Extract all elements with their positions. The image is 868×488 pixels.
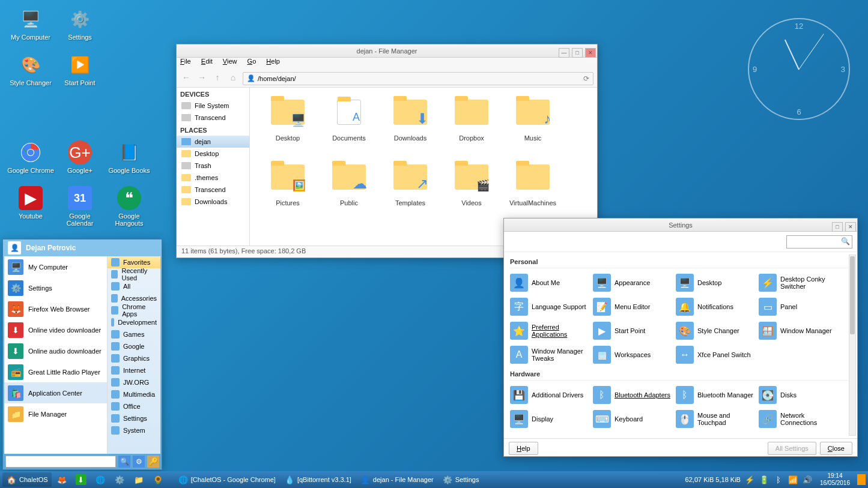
setting-panel[interactable]: ▭Panel <box>759 295 842 319</box>
sidebar-transcend[interactable]: Transcend <box>177 112 249 124</box>
minimize-button[interactable]: — <box>559 48 569 58</box>
close-button[interactable]: ✕ <box>585 48 596 58</box>
start-right-games[interactable]: Games <box>108 328 160 340</box>
key-button[interactable]: 🔑 <box>147 456 159 468</box>
desktop-icon-googleplus[interactable]: G+Google+ <box>56 140 103 184</box>
setting-disks[interactable]: 💽Disks <box>759 383 842 407</box>
up-button[interactable]: ↑ <box>211 73 223 85</box>
maximize-button[interactable]: □ <box>832 222 843 232</box>
start-right-chrome-apps[interactable]: Chrome Apps <box>108 304 160 316</box>
firefox-launcher[interactable]: 🦊 <box>53 472 71 487</box>
start-left-settings[interactable]: ⚙️Settings <box>4 277 107 298</box>
menu-edit[interactable]: Edit <box>201 58 213 65</box>
file-public[interactable]: ☁Public <box>318 160 380 224</box>
settings-launcher[interactable]: ⚙️ <box>111 472 129 487</box>
desktop-icon-stylechanger[interactable]: 🎨Style Changer <box>7 53 54 96</box>
chrome-launcher[interactable]: 🌐 <box>91 472 109 487</box>
taskbar-clock[interactable]: 19:14 16/05/2016 <box>816 472 854 487</box>
start-left-online-video-downloader[interactable]: ⬇Online video downloader <box>4 319 107 340</box>
setting-appearance[interactable]: 🖥️Appearance <box>593 271 676 295</box>
start-right-development[interactable]: Development <box>108 316 160 328</box>
sidebar-filesystem[interactable]: File System <box>177 100 249 112</box>
start-left-application-center[interactable]: 🛍️Application Center <box>4 382 107 403</box>
setting-additional-drivers[interactable]: 💾Additional Drivers <box>510 383 593 407</box>
start-button[interactable]: 🏠ChaletOS <box>2 472 52 487</box>
close-button[interactable]: ✕ <box>845 222 856 232</box>
desktop-icon-startpoint[interactable]: ▶️Start Point <box>56 53 103 96</box>
start-left-firefox-web-browser[interactable]: 🦊Firefox Web Browser <box>4 298 107 319</box>
start-right-recently-used[interactable]: Recently Used <box>108 268 160 280</box>
setting-preferred-applications[interactable]: ⭐Preferred Applications <box>510 319 593 343</box>
help-button[interactable]: Help <box>509 442 538 455</box>
start-right-internet[interactable]: Internet <box>108 364 160 376</box>
desktop-icon-mycomputer[interactable]: 🖥️My Computer <box>7 7 54 50</box>
start-right-settings[interactable]: Settings <box>108 412 160 424</box>
setting-style-changer[interactable]: 🎨Style Changer <box>676 319 759 343</box>
sidebar-downloads[interactable]: Downloads <box>177 196 249 208</box>
volume-icon[interactable]: 🔊 <box>802 474 813 485</box>
window-titlebar[interactable]: dejan - File Manager — □ ✕ <box>177 44 597 58</box>
setting-window-manager[interactable]: 🪟Window Manager <box>759 319 842 343</box>
task-settings[interactable]: ⚙️Settings <box>439 472 483 487</box>
sidebar-dejan[interactable]: dejan <box>177 136 249 148</box>
start-right-google[interactable]: Google <box>108 340 160 352</box>
power-icon[interactable]: ⚡ <box>744 474 755 485</box>
start-right-system[interactable]: System <box>108 424 160 436</box>
setting-network-connections[interactable]: 🔗Network Connections <box>759 407 842 431</box>
setting-language-support[interactable]: 字Language Support <box>510 295 593 319</box>
task-chrome[interactable]: 🌐[ChaletOS - Google Chrome] <box>174 472 279 487</box>
file-videos[interactable]: 🎬Videos <box>441 160 502 224</box>
desktop-icon-youtube[interactable]: ▶Youtube <box>7 186 54 229</box>
network-icon[interactable]: 📶 <box>788 474 798 485</box>
sidebar-desktop[interactable]: Desktop <box>177 148 249 160</box>
refresh-button[interactable]: ⟳ <box>583 74 589 83</box>
home-button[interactable]: ⌂ <box>227 73 239 85</box>
close-button[interactable]: Close <box>820 442 852 455</box>
file-templates[interactable]: ↗Templates <box>380 160 441 224</box>
start-right-graphics[interactable]: Graphics <box>108 352 160 364</box>
desktop-icon-settings[interactable]: ⚙️Settings <box>56 7 103 50</box>
setting-workspaces[interactable]: ▦Workspaces <box>593 343 676 367</box>
setting-display[interactable]: 🖥️Display <box>510 407 593 431</box>
show-desktop[interactable] <box>857 474 866 485</box>
menu-go[interactable]: Go <box>247 58 256 65</box>
start-right-multimedia[interactable]: Multimedia <box>108 388 160 400</box>
start-right-accessories[interactable]: Accessories <box>108 292 160 304</box>
downloader-launcher[interactable]: ⬇ <box>72 472 90 487</box>
window-titlebar[interactable]: Settings □ ✕ <box>504 218 857 232</box>
desktop-icon-gcal[interactable]: 31Google Calendar <box>56 186 103 229</box>
setting-menu-editor[interactable]: 📝Menu Editor <box>593 295 676 319</box>
scrollbar[interactable] <box>849 255 856 436</box>
back-button[interactable]: ← <box>180 73 192 85</box>
menu-view[interactable]: View <box>223 58 237 65</box>
path-bar[interactable]: 👤 /home/dejan/ ⟳ <box>243 72 593 85</box>
sidebar-themes[interactable]: .themes <box>177 172 249 184</box>
file-pictures[interactable]: 🖼️Pictures <box>257 160 318 224</box>
setting-mouse-and-touchpad[interactable]: 🖱️Mouse and Touchpad <box>676 407 759 431</box>
sidebar-transcend2[interactable]: Transcend <box>177 184 249 196</box>
search-input[interactable] <box>5 456 116 468</box>
start-right-all[interactable]: All <box>108 280 160 292</box>
file-downloads[interactable]: ⬇Downloads <box>380 95 441 160</box>
start-right-jw.org[interactable]: JW.ORG <box>108 376 160 388</box>
desktop-icon-googlebooks[interactable]: 📘Google Books <box>106 140 153 184</box>
start-right-office[interactable]: Office <box>108 400 160 412</box>
forward-button[interactable]: → <box>196 73 208 85</box>
file-documents[interactable]: ADocuments <box>318 95 380 160</box>
desktop-icon-chrome[interactable]: Google Chrome <box>7 140 54 184</box>
setting-desktop-conky-switcher[interactable]: ⚡Desktop Conky Switcher <box>759 271 842 295</box>
setting-keyboard[interactable]: ⌨Keyboard <box>593 407 676 431</box>
setting-window-manager-tweaks[interactable]: AWindow Manager Tweaks <box>510 343 593 367</box>
task-fm[interactable]: 👤dejan - File Manager <box>356 472 437 487</box>
start-right-favorites[interactable]: Favorites <box>108 256 160 268</box>
app-launcher[interactable]: 🌻 <box>149 472 167 487</box>
setting-about-me[interactable]: 👤About Me <box>510 271 593 295</box>
setting-bluetooth-manager[interactable]: ᛒBluetooth Manager <box>676 383 759 407</box>
task-qbittorrent[interactable]: 💧[qBittorrent v3.3.1] <box>281 472 355 487</box>
search-button[interactable]: 🔍 <box>118 456 130 468</box>
sidebar-trash[interactable]: Trash <box>177 160 249 172</box>
setting-start-point[interactable]: ▶Start Point <box>593 319 676 343</box>
bluetooth-icon[interactable]: ᛒ <box>773 474 784 485</box>
battery-icon[interactable]: 🔋 <box>759 474 769 485</box>
file-dropbox[interactable]: Dropbox <box>441 95 502 160</box>
